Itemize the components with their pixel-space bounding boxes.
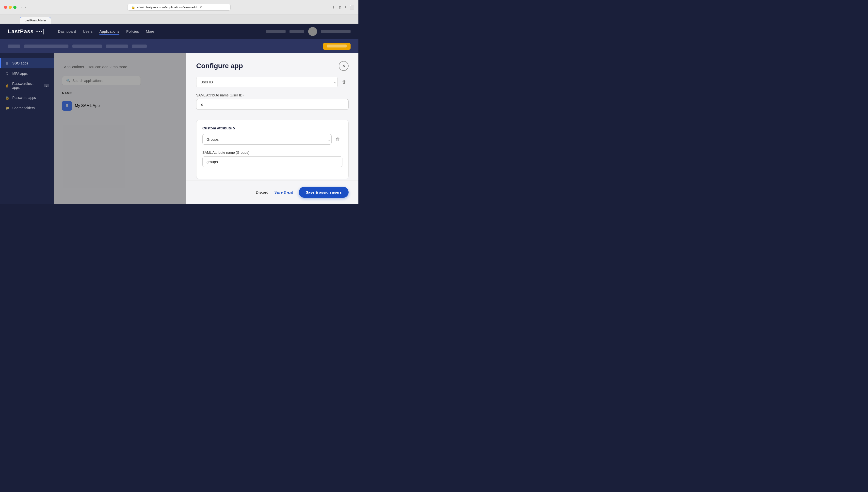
sidebar-shared-label: Shared folders (12, 106, 35, 110)
sidebar-mfa-label: MFA apps (12, 72, 28, 75)
minimize-window-button[interactable] (8, 6, 12, 9)
configure-app-modal: Configure app ✕ User ID ⌄ 🗑 (186, 53, 358, 204)
address-bar[interactable]: 🔒 admin.lastpass.com/applications/saml/a… (127, 4, 231, 10)
avatar[interactable] (308, 27, 317, 36)
sub-nav-text-1 (24, 45, 68, 48)
userid-select[interactable]: User ID (196, 77, 338, 87)
back-button[interactable]: ‹ (21, 5, 23, 9)
userid-saml-label: SAML Attribute name (User ID) (196, 93, 349, 97)
discard-button[interactable]: Discard (256, 190, 268, 194)
app-container: LastPass ····| Dashboard Users Applicati… (0, 24, 358, 204)
save-exit-button[interactable]: Save & exit (274, 190, 293, 194)
fingerprint-icon: ☝ (5, 83, 9, 88)
share-icon[interactable]: ⬆ (338, 5, 342, 9)
sub-nav-text-4 (132, 45, 147, 48)
modal-header: Configure app ✕ (186, 53, 358, 77)
grid-icon: ⊞ (5, 61, 9, 66)
sidebar-password-label: Password apps (12, 96, 36, 100)
forward-button[interactable]: › (25, 5, 26, 9)
content-area: Applications You can add 2 mo more. 🔍 Na… (54, 53, 358, 204)
lock-icon: 🔒 (132, 6, 135, 9)
passwordless-badge: 2 (44, 84, 49, 87)
section-divider (196, 116, 349, 116)
app-logo: LastPass ····| (8, 28, 44, 35)
reload-icon[interactable]: ⟳ (200, 5, 203, 9)
browser-right-controls: ⬇ ⬆ + ⬜ (332, 5, 354, 9)
add-tab-icon[interactable]: + (345, 5, 347, 9)
nav-dashboard[interactable]: Dashboard (58, 28, 76, 35)
shield-icon: 🛡 (5, 71, 9, 76)
modal-body: User ID ⌄ 🗑 SAML Attribute name (User ID… (186, 77, 358, 180)
userid-saml-input[interactable] (196, 99, 349, 110)
sub-nav-banner (0, 39, 358, 53)
userid-delete-button[interactable]: 🗑 (340, 78, 349, 87)
nav-user-info (289, 30, 304, 33)
browser-nav-controls: ‹ › (21, 5, 26, 9)
sidebar-sso-label: SSO apps (12, 61, 28, 65)
groups-select-row: Groups ⌄ 🗑 (202, 134, 343, 145)
browser-chrome: ‹ › 🔒 admin.lastpass.com/applications/sa… (0, 0, 358, 15)
groups-select-wrap: Groups ⌄ 🗑 (202, 134, 343, 145)
nav-extra-info (321, 30, 351, 33)
sidebar-item-shared-folders[interactable]: 📁 Shared folders (0, 103, 54, 113)
userid-attribute-row: User ID ⌄ 🗑 (196, 77, 349, 87)
main-layout: ⊞ SSO apps 🛡 MFA apps ☝ Passwordless app… (0, 53, 358, 204)
nav-more[interactable]: More (146, 28, 154, 35)
modal-close-button[interactable]: ✕ (339, 61, 349, 71)
custom-attr-title: Custom attribute 5 (202, 126, 343, 130)
close-window-button[interactable] (4, 6, 7, 9)
sidebar-passwordless-label: Passwordless apps (12, 82, 41, 90)
nav-users[interactable]: Users (83, 28, 93, 35)
folder-icon: 📁 (5, 106, 9, 110)
groups-saml-row: SAML Attribute name (Groups) (202, 151, 343, 167)
userid-saml-row: SAML Attribute name (User ID) (196, 93, 349, 110)
groups-delete-button[interactable]: 🗑 (333, 135, 343, 144)
address-bar-container: 🔒 admin.lastpass.com/applications/saml/a… (29, 4, 329, 10)
modal-title: Configure app (196, 62, 243, 70)
userid-select-wrap: User ID ⌄ 🗑 (196, 77, 349, 87)
sub-nav-text-3 (106, 45, 128, 48)
nav-right (266, 27, 351, 36)
groups-saml-input[interactable] (202, 156, 343, 167)
tab-label: LastPass Admin (25, 19, 46, 22)
url-text: admin.lastpass.com/applications/saml/add (137, 5, 197, 9)
custom-attribute-section: Custom attribute 5 Groups ⌄ 🗑 SA (196, 120, 349, 179)
groups-select[interactable]: Groups (202, 134, 332, 145)
download-icon[interactable]: ⬇ (332, 5, 335, 9)
modal-footer: Discard Save & exit Save & assign users (186, 180, 358, 204)
sub-nav-text-2 (72, 45, 102, 48)
active-indicator (0, 58, 1, 68)
sub-nav-btn-blurred (327, 45, 347, 48)
active-tab[interactable]: LastPass Admin (20, 17, 51, 24)
sub-nav-action-button[interactable] (323, 43, 351, 50)
maximize-window-button[interactable] (13, 6, 17, 9)
top-nav: LastPass ····| Dashboard Users Applicati… (0, 24, 358, 39)
groups-saml-label: SAML Attribute name (Groups) (202, 151, 343, 154)
sidebar-item-mfa-apps[interactable]: 🛡 MFA apps (0, 68, 54, 79)
lock-icon: 🔒 (5, 95, 9, 100)
nav-applications[interactable]: Applications (99, 28, 119, 35)
nav-policies[interactable]: Policies (126, 28, 139, 35)
sidebar-item-passwordless-apps[interactable]: ☝ Passwordless apps 2 (0, 79, 54, 93)
sub-nav-icon (8, 45, 20, 48)
fullscreen-icon[interactable]: ⬜ (350, 5, 354, 9)
nav-org-name (266, 30, 286, 33)
save-assign-users-button[interactable]: Save & assign users (299, 187, 349, 198)
nav-links: Dashboard Users Applications Policies Mo… (58, 28, 154, 35)
tab-bar: LastPass Admin (0, 15, 358, 24)
sidebar: ⊞ SSO apps 🛡 MFA apps ☝ Passwordless app… (0, 53, 54, 204)
sidebar-item-sso-apps[interactable]: ⊞ SSO apps (0, 58, 54, 68)
traffic-lights (4, 6, 17, 9)
sidebar-item-password-apps[interactable]: 🔒 Password apps (0, 93, 54, 103)
